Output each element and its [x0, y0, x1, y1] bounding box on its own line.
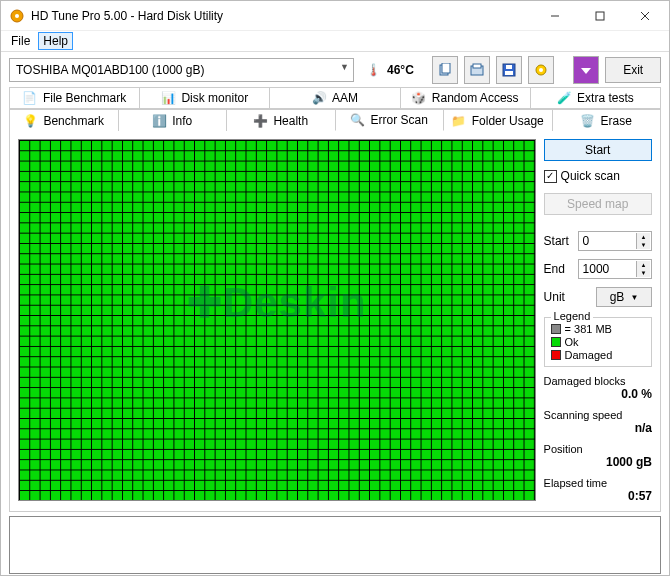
health-icon: ➕: [253, 114, 267, 128]
tab-health[interactable]: ➕Health: [226, 109, 336, 131]
up-arrow-icon[interactable]: ▲: [636, 233, 650, 241]
down-arrow-button[interactable]: [573, 56, 599, 84]
start-field[interactable]: 0▲▼: [578, 231, 652, 251]
random-access-icon: 🎲: [412, 91, 426, 105]
start-button[interactable]: Start: [544, 139, 652, 161]
start-field-label: Start: [544, 234, 574, 248]
tab-error-scan[interactable]: 🔍Error Scan: [335, 109, 445, 131]
chevron-down-icon: ▼: [340, 62, 349, 72]
position-label: Position: [544, 443, 652, 455]
quick-scan-label: Quick scan: [561, 169, 620, 183]
svg-rect-12: [506, 65, 512, 69]
benchmark-icon: 💡: [23, 114, 37, 128]
temperature-display: 🌡️ 46°C: [360, 63, 420, 77]
end-field[interactable]: 1000▲▼: [578, 259, 652, 279]
log-area[interactable]: [9, 516, 661, 574]
tab-disk-monitor[interactable]: 📊Disk monitor: [139, 87, 270, 109]
tab-benchmark[interactable]: 💡Benchmark: [9, 109, 119, 131]
watermark-text: ✚Deskin: [187, 278, 367, 327]
file-benchmark-icon: 📄: [23, 91, 37, 105]
tab-random-access[interactable]: 🎲Random Access: [400, 87, 531, 109]
elapsed-time-label: Elapsed time: [544, 477, 652, 489]
legend-title: Legend: [551, 310, 594, 322]
temperature-value: 46°C: [387, 63, 414, 77]
drive-select-value: TOSHIBA MQ01ABD100 (1000 gB): [16, 63, 205, 77]
window-title: HD Tune Pro 5.00 - Hard Disk Utility: [31, 9, 532, 23]
aam-icon: 🔊: [312, 91, 326, 105]
content-area: ✚Deskin Start ✓ Quick scan Speed map Sta…: [9, 131, 661, 512]
end-field-label: End: [544, 262, 574, 276]
menubar: File Help: [1, 31, 669, 51]
legend-block-icon: [551, 324, 561, 334]
elapsed-time-value: 0:57: [544, 489, 652, 503]
svg-rect-11: [505, 71, 513, 75]
tab-folder-usage[interactable]: 📁Folder Usage: [443, 109, 553, 131]
options-button[interactable]: [528, 56, 554, 84]
side-panel: Start ✓ Quick scan Speed map Start 0▲▼ E…: [544, 139, 652, 503]
tab-file-benchmark[interactable]: 📄File Benchmark: [9, 87, 140, 109]
save-button[interactable]: [496, 56, 522, 84]
extra-tests-icon: 🧪: [557, 91, 571, 105]
exit-button[interactable]: Exit: [605, 57, 661, 83]
svg-rect-9: [473, 64, 481, 68]
unit-select[interactable]: gB▼: [596, 287, 652, 307]
maximize-button[interactable]: [577, 2, 622, 30]
legend-damaged-icon: [551, 350, 561, 360]
erase-icon: 🗑️: [581, 114, 595, 128]
up-arrow-icon[interactable]: ▲: [636, 261, 650, 269]
tab-erase[interactable]: 🗑️Erase: [552, 109, 662, 131]
checkbox-icon: ✓: [544, 170, 557, 183]
damaged-blocks-label: Damaged blocks: [544, 375, 652, 387]
tab-aam[interactable]: 🔊AAM: [269, 87, 400, 109]
block-map: ✚Deskin: [18, 139, 536, 501]
copy-info-button[interactable]: [432, 56, 458, 84]
thermometer-icon: 🌡️: [366, 63, 381, 77]
copy-screenshot-button[interactable]: [464, 56, 490, 84]
legend-box: Legend = 381 MB Ok Damaged: [544, 317, 652, 367]
disk-monitor-icon: 📊: [161, 91, 175, 105]
menu-help[interactable]: Help: [38, 32, 73, 50]
speed-map-button: Speed map: [544, 193, 652, 215]
menu-file[interactable]: File: [7, 33, 34, 49]
toolbar: TOSHIBA MQ01ABD100 (1000 gB) ▼ 🌡️ 46°C E…: [1, 51, 669, 87]
svg-point-1: [15, 14, 19, 18]
legend-ok-icon: [551, 337, 561, 347]
tab-container: 📄File Benchmark 📊Disk monitor 🔊AAM 🎲Rand…: [1, 87, 669, 131]
svg-rect-7: [442, 63, 450, 73]
svg-rect-3: [596, 12, 604, 20]
svg-point-14: [539, 68, 543, 72]
chevron-down-icon: ▼: [630, 293, 638, 302]
unit-label: Unit: [544, 290, 574, 304]
down-arrow-icon[interactable]: ▼: [636, 241, 650, 249]
close-button[interactable]: [622, 2, 667, 30]
damaged-blocks-value: 0.0 %: [544, 387, 652, 401]
minimize-button[interactable]: [532, 2, 577, 30]
scanning-speed-label: Scanning speed: [544, 409, 652, 421]
scanning-speed-value: n/a: [544, 421, 652, 435]
quick-scan-checkbox[interactable]: ✓ Quick scan: [544, 169, 652, 183]
tab-info[interactable]: ℹ️Info: [118, 109, 228, 131]
titlebar: HD Tune Pro 5.00 - Hard Disk Utility: [1, 1, 669, 31]
tab-extra-tests[interactable]: 🧪Extra tests: [530, 87, 661, 109]
error-scan-icon: 🔍: [351, 113, 365, 127]
folder-usage-icon: 📁: [452, 114, 466, 128]
drive-select[interactable]: TOSHIBA MQ01ABD100 (1000 gB) ▼: [9, 58, 354, 82]
position-value: 1000 gB: [544, 455, 652, 469]
down-arrow-icon[interactable]: ▼: [636, 269, 650, 277]
app-icon: [9, 8, 25, 24]
info-icon: ℹ️: [152, 114, 166, 128]
